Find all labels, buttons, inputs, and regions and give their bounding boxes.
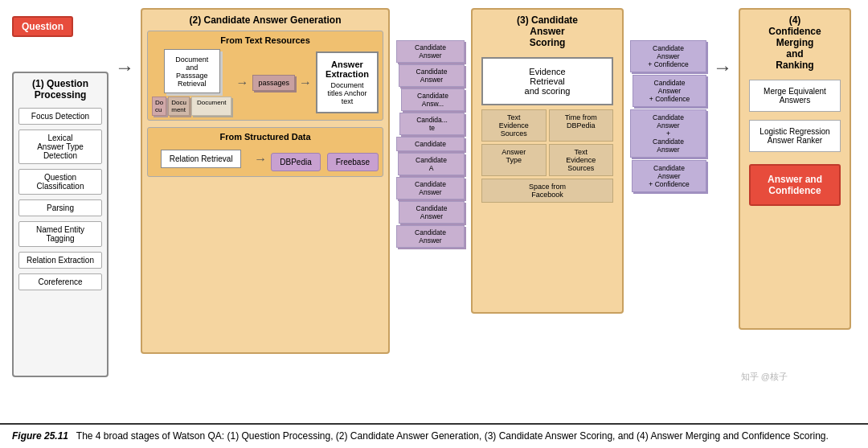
stage1-box: (1) QuestionProcessing Focus Detection L…: [12, 72, 108, 377]
main-container: Question (1) QuestionProcessing Focus De…: [0, 0, 868, 448]
doc-stack: Docu Document Document: [152, 97, 231, 116]
answer-extraction-label: Answer Extraction: [326, 60, 369, 79]
text-row: DocumentandPasssageRetrieval Docu Docume…: [152, 49, 379, 116]
watermark: 知乎 @核子: [741, 371, 788, 383]
answer-confidence-box: Answer and Confidence: [749, 164, 841, 206]
cand-9: CandidateAnswer: [396, 225, 465, 248]
answer-type: AnswerType: [481, 144, 547, 176]
question-classification: Question Classification: [18, 169, 102, 195]
db-boxes: DBPedia Freebase: [271, 153, 379, 171]
stage1-wrapper: Question (1) QuestionProcessing Focus De…: [12, 16, 108, 377]
doc-small-3: Document: [191, 97, 231, 116]
doc-retrieval-group: DocumentandPasssageRetrieval Docu Docume…: [152, 49, 231, 116]
cand-1: CandidateAnswer: [396, 40, 465, 63]
relation-box: Relation Retrieval: [161, 150, 241, 168]
arrow-to-dbs: →: [254, 152, 267, 166]
diagram-area: Question (1) QuestionProcessing Focus De…: [0, 0, 868, 423]
cand-5: Candidate: [396, 137, 465, 151]
stage3-title: (3) CandidateAnswerScoring: [477, 14, 617, 48]
structured-data-section: From Structured Data Relation Retrieval …: [147, 127, 383, 177]
candidate-scores-col: CandidateAnswer+ Confidence CandidateAns…: [630, 40, 706, 192]
structured-data-title: From Structured Data: [152, 132, 379, 142]
arrow-to-passages: →: [235, 76, 248, 90]
text-resources-title: From Text Resources: [152, 35, 379, 45]
stage2-title: (2) Candidate Answer Generation: [147, 14, 383, 26]
stage3-wrapper: (3) CandidateAnswerScoring EvidenceRetri…: [471, 8, 624, 314]
parsing: Parsing: [18, 199, 102, 216]
stage4-title: (4)ConfidenceMergingandRanking: [745, 14, 845, 71]
evidence-sub-boxes: TextEvidenceSources Time fromDBPedia Ans…: [481, 109, 613, 203]
stage3-box: (3) CandidateAnswerScoring EvidenceRetri…: [471, 8, 624, 314]
lexical-answer-type: LexicalAnswer TypeDetection: [18, 129, 102, 164]
score-1: CandidateAnswer+ Confidence: [630, 40, 706, 72]
question-box: Question: [12, 16, 73, 37]
passages-box: passages: [252, 75, 295, 91]
cand-8: CandidateAnswer: [399, 201, 465, 224]
focus-detection: Focus Detection: [18, 108, 102, 125]
dbpedia-box: DBPedia: [271, 153, 320, 171]
score-2: CandidateAnswer+ Confidence: [633, 75, 706, 107]
structured-row: Relation Retrieval → DBPedia Freebase: [152, 146, 379, 172]
cand-4: Candida...te: [399, 113, 465, 135]
answer-extraction-box: Answer Extraction Document titles Anchor…: [316, 51, 379, 113]
answer-extraction-sub: Document titles Anchor text: [326, 81, 369, 105]
arrow-1-2: →: [115, 56, 134, 79]
text-resources-section: From Text Resources DocumentandPasssageR…: [147, 31, 383, 121]
space-facebook: Space fromFacebook: [481, 179, 613, 203]
stage1-title: (1) QuestionProcessing: [32, 78, 88, 101]
stage2-wrapper: (2) Candidate Answer Generation From Tex…: [141, 8, 390, 354]
doc-small-2: Document: [168, 97, 190, 116]
arrow-to-extraction: →: [299, 76, 312, 90]
cand-6: CandidateA: [398, 153, 465, 175]
freebase-box: Freebase: [327, 153, 379, 171]
score-4: CandidateAnswer+ Confidence: [632, 160, 706, 192]
stage2-box: (2) Candidate Answer Generation From Tex…: [141, 8, 390, 354]
time-dbpedia: Time fromDBPedia: [549, 109, 614, 142]
evidence-box: EvidenceRetrievaland scoring: [481, 57, 613, 105]
merge-box: Merge Equivalent Answers: [749, 80, 841, 112]
coreference: Coreference: [18, 273, 102, 290]
score-3: CandidateAnswer+CandidateAnswer: [630, 109, 706, 158]
stage4-wrapper: (4)ConfidenceMergingandRanking Merge Equ…: [739, 8, 851, 330]
caption-area: Figure 25.11 The 4 broad stages of Watso…: [0, 423, 868, 448]
doc-small-1: Docu: [152, 97, 166, 116]
arrow-3-4: →: [713, 56, 732, 79]
named-entity-tagging: Named EntityTagging: [18, 221, 102, 247]
text-evidence-2: TextEvidenceSources: [549, 144, 614, 176]
caption-text: The 4 broad stages of Watson QA: (1) Que…: [76, 430, 829, 442]
text-evidence-1: TextEvidenceSources: [481, 109, 547, 142]
relation-extraction: Relation Extraction: [18, 252, 102, 269]
cand-2: CandidateAnswer: [399, 64, 465, 87]
candidate-answers-col: CandidateAnswer CandidateAnswer Candidat…: [396, 40, 465, 248]
cand-3: CandidateAnsw...: [401, 88, 465, 111]
doc-passage-box: DocumentandPasssageRetrieval: [164, 49, 220, 93]
logistic-box: Logistic Regression Answer Ranker: [749, 120, 841, 152]
stage4-box: (4)ConfidenceMergingandRanking Merge Equ…: [739, 8, 851, 330]
cand-7: CandidateAnswer: [396, 177, 465, 199]
figure-label: Figure 25.11: [12, 430, 68, 442]
